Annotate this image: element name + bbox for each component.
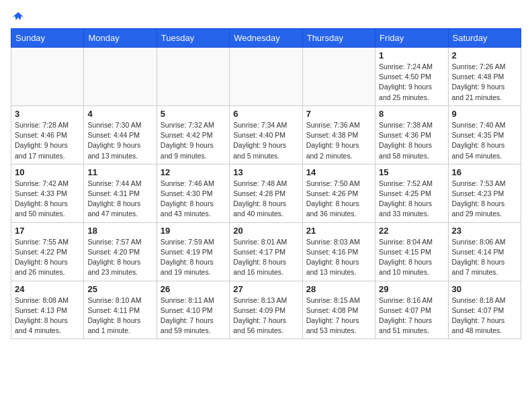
day-number: 27 [233,284,298,294]
calendar-cell: 6Sunrise: 7:34 AM Sunset: 4:40 PM Daylig… [230,105,302,164]
calendar-cell: 25Sunrise: 8:10 AM Sunset: 4:11 PM Dayli… [84,281,157,339]
day-info: Sunrise: 7:48 AM Sunset: 4:28 PM Dayligh… [233,179,298,220]
day-info: Sunrise: 7:42 AM Sunset: 4:33 PM Dayligh… [15,179,80,220]
day-of-week-header: Wednesday [230,29,302,48]
day-number: 23 [452,226,517,236]
day-info: Sunrise: 7:59 AM Sunset: 4:19 PM Dayligh… [161,237,226,278]
logo [11,11,24,20]
calendar-week-row: 3Sunrise: 7:28 AM Sunset: 4:46 PM Daylig… [11,105,521,164]
calendar-cell: 2Sunrise: 7:26 AM Sunset: 4:48 PM Daylig… [448,48,521,106]
day-info: Sunrise: 7:34 AM Sunset: 4:40 PM Dayligh… [233,120,298,161]
calendar-cell: 19Sunrise: 7:59 AM Sunset: 4:19 PM Dayli… [157,222,229,281]
day-info: Sunrise: 7:53 AM Sunset: 4:23 PM Dayligh… [452,179,517,220]
day-info: Sunrise: 7:36 AM Sunset: 4:38 PM Dayligh… [306,120,371,161]
day-info: Sunrise: 7:44 AM Sunset: 4:31 PM Dayligh… [87,179,152,220]
day-info: Sunrise: 8:15 AM Sunset: 4:08 PM Dayligh… [306,295,371,336]
calendar-week-row: 24Sunrise: 8:08 AM Sunset: 4:13 PM Dayli… [11,281,521,339]
calendar-cell [230,48,302,106]
calendar-cell: 4Sunrise: 7:30 AM Sunset: 4:44 PM Daylig… [84,105,157,164]
calendar-cell: 12Sunrise: 7:46 AM Sunset: 4:30 PM Dayli… [157,164,229,222]
calendar-cell: 3Sunrise: 7:28 AM Sunset: 4:46 PM Daylig… [11,105,84,164]
day-number: 16 [452,167,517,177]
day-number: 15 [379,167,444,177]
day-number: 26 [161,284,226,294]
day-info: Sunrise: 8:01 AM Sunset: 4:17 PM Dayligh… [233,237,298,278]
day-info: Sunrise: 8:10 AM Sunset: 4:11 PM Dayligh… [87,295,152,336]
day-number: 7 [306,109,371,119]
day-info: Sunrise: 7:46 AM Sunset: 4:30 PM Dayligh… [161,179,226,220]
day-of-week-header: Tuesday [157,29,229,48]
calendar-cell: 18Sunrise: 7:57 AM Sunset: 4:20 PM Dayli… [84,222,157,281]
calendar-cell: 5Sunrise: 7:32 AM Sunset: 4:42 PM Daylig… [157,105,229,164]
calendar-cell: 30Sunrise: 8:18 AM Sunset: 4:07 PM Dayli… [448,281,521,339]
day-number: 28 [306,284,371,294]
calendar-cell [84,48,157,106]
calendar-cell: 9Sunrise: 7:40 AM Sunset: 4:35 PM Daylig… [448,105,521,164]
calendar-cell: 7Sunrise: 7:36 AM Sunset: 4:38 PM Daylig… [302,105,375,164]
day-number: 4 [87,109,152,119]
day-info: Sunrise: 7:57 AM Sunset: 4:20 PM Dayligh… [87,237,152,278]
calendar-cell: 26Sunrise: 8:11 AM Sunset: 4:10 PM Dayli… [157,281,229,339]
calendar-cell: 1Sunrise: 7:24 AM Sunset: 4:50 PM Daylig… [375,48,448,106]
calendar-cell: 14Sunrise: 7:50 AM Sunset: 4:26 PM Dayli… [302,164,375,222]
day-number: 29 [379,284,444,294]
day-number: 3 [15,109,80,119]
calendar-cell: 28Sunrise: 8:15 AM Sunset: 4:08 PM Dayli… [302,281,375,339]
day-number: 11 [87,167,152,177]
calendar-cell: 20Sunrise: 8:01 AM Sunset: 4:17 PM Dayli… [230,222,302,281]
day-info: Sunrise: 7:40 AM Sunset: 4:35 PM Dayligh… [452,120,517,161]
day-info: Sunrise: 8:08 AM Sunset: 4:13 PM Dayligh… [15,295,80,336]
day-number: 14 [306,167,371,177]
day-number: 30 [452,284,517,294]
day-of-week-header: Sunday [11,29,84,48]
calendar-week-row: 10Sunrise: 7:42 AM Sunset: 4:33 PM Dayli… [11,164,521,222]
day-of-week-header: Saturday [448,29,521,48]
calendar-cell: 22Sunrise: 8:04 AM Sunset: 4:15 PM Dayli… [375,222,448,281]
day-info: Sunrise: 7:26 AM Sunset: 4:48 PM Dayligh… [452,62,517,103]
calendar-cell: 13Sunrise: 7:48 AM Sunset: 4:28 PM Dayli… [230,164,302,222]
day-info: Sunrise: 7:50 AM Sunset: 4:26 PM Dayligh… [306,179,371,220]
day-number: 25 [87,284,152,294]
day-number: 2 [452,50,517,60]
day-info: Sunrise: 7:32 AM Sunset: 4:42 PM Dayligh… [161,120,226,161]
day-info: Sunrise: 8:06 AM Sunset: 4:14 PM Dayligh… [452,237,517,278]
day-info: Sunrise: 7:28 AM Sunset: 4:46 PM Dayligh… [15,120,80,161]
calendar-cell: 11Sunrise: 7:44 AM Sunset: 4:31 PM Dayli… [84,164,157,222]
day-number: 19 [161,226,226,236]
calendar-cell: 27Sunrise: 8:13 AM Sunset: 4:09 PM Dayli… [230,281,302,339]
day-number: 13 [233,167,298,177]
day-number: 5 [161,109,226,119]
logo-bird-icon [12,11,24,23]
calendar-cell: 29Sunrise: 8:16 AM Sunset: 4:07 PM Dayli… [375,281,448,339]
day-info: Sunrise: 8:04 AM Sunset: 4:15 PM Dayligh… [379,237,444,278]
day-info: Sunrise: 7:30 AM Sunset: 4:44 PM Dayligh… [87,120,152,161]
calendar-cell: 16Sunrise: 7:53 AM Sunset: 4:23 PM Dayli… [448,164,521,222]
day-info: Sunrise: 7:52 AM Sunset: 4:25 PM Dayligh… [379,179,444,220]
day-of-week-header: Thursday [302,29,375,48]
calendar-cell: 24Sunrise: 8:08 AM Sunset: 4:13 PM Dayli… [11,281,84,339]
day-number: 20 [233,226,298,236]
day-number: 6 [233,109,298,119]
calendar-header-row: SundayMondayTuesdayWednesdayThursdayFrid… [11,29,521,48]
day-number: 10 [15,167,80,177]
day-info: Sunrise: 7:55 AM Sunset: 4:22 PM Dayligh… [15,237,80,278]
day-number: 21 [306,226,371,236]
calendar-week-row: 1Sunrise: 7:24 AM Sunset: 4:50 PM Daylig… [11,48,521,106]
calendar-cell [157,48,229,106]
day-number: 17 [15,226,80,236]
calendar-week-row: 17Sunrise: 7:55 AM Sunset: 4:22 PM Dayli… [11,222,521,281]
svg-marker-0 [12,12,24,20]
calendar-cell: 15Sunrise: 7:52 AM Sunset: 4:25 PM Dayli… [375,164,448,222]
day-number: 22 [379,226,444,236]
calendar-cell: 17Sunrise: 7:55 AM Sunset: 4:22 PM Dayli… [11,222,84,281]
day-info: Sunrise: 8:13 AM Sunset: 4:09 PM Dayligh… [233,295,298,336]
calendar-cell [302,48,375,106]
day-number: 1 [379,50,444,60]
day-number: 8 [379,109,444,119]
page-header [11,11,521,20]
day-info: Sunrise: 8:18 AM Sunset: 4:07 PM Dayligh… [452,295,517,336]
calendar-cell: 23Sunrise: 8:06 AM Sunset: 4:14 PM Dayli… [448,222,521,281]
calendar-cell: 10Sunrise: 7:42 AM Sunset: 4:33 PM Dayli… [11,164,84,222]
day-info: Sunrise: 7:38 AM Sunset: 4:36 PM Dayligh… [379,120,444,161]
day-number: 24 [15,284,80,294]
